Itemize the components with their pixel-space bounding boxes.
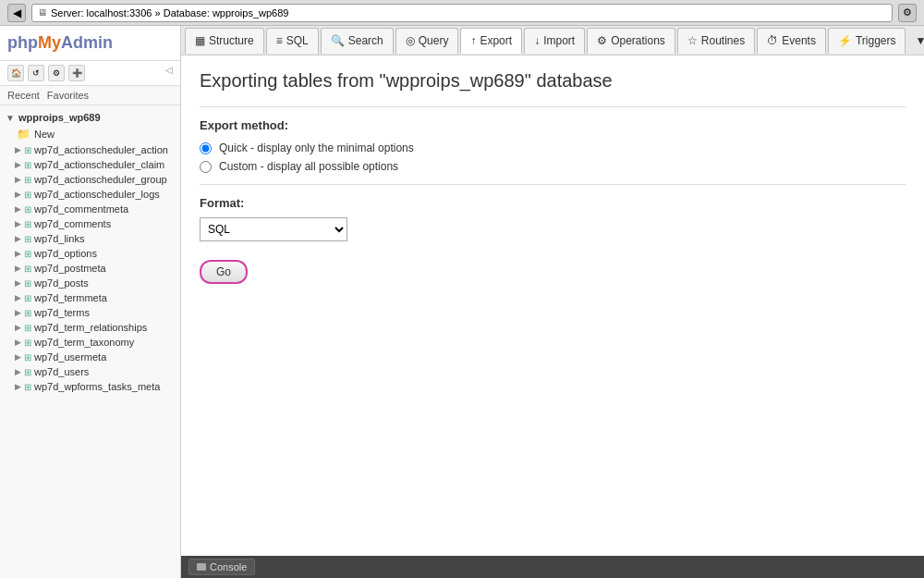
sidebar-db-section: ▼ wpproips_wp689 📁 New ▶ ⊞ wp7d_actionsc…: [0, 105, 180, 398]
radio-custom-label: Custom - display all possible options: [219, 160, 398, 173]
sidebar-table-item[interactable]: ▶ ⊞ wp7d_comments: [0, 216, 180, 231]
table-row-icon: ⊞: [24, 382, 31, 392]
console-button[interactable]: Console: [188, 559, 255, 575]
table-row-icon: ⊞: [24, 145, 31, 155]
radio-quick-input[interactable]: [200, 142, 212, 154]
export-method-section: Export method: Quick - display only the …: [200, 118, 906, 173]
favorites-link[interactable]: Favorites: [47, 90, 89, 101]
sql-tab-label: SQL: [286, 34, 309, 47]
radio-custom-input[interactable]: [200, 161, 212, 173]
format-select[interactable]: SQL CSV CSV for MS Excel JSON XML: [200, 217, 347, 241]
table-name-label: wp7d_options: [34, 248, 97, 259]
home-icon-btn[interactable]: 🏠: [7, 65, 24, 81]
operations-tab-label: Operations: [611, 34, 665, 47]
logo-admin: Admin: [61, 33, 113, 52]
table-expand-icon: ▶: [15, 249, 21, 258]
sidebar-table-item[interactable]: ▶ ⊞ wp7d_usermeta: [0, 350, 180, 364]
browser-bar: ◀ 🖥 Server: localhost:3306 » Database: w…: [0, 0, 924, 26]
table-row-icon: ⊞: [24, 323, 31, 333]
sidebar-new-item[interactable]: 📁 New: [0, 126, 180, 142]
go-button-container: Go: [200, 260, 906, 284]
main-container: phpMyAdmin 🏠 ↺ ⚙ ➕ ◁ Recent Favorites ▼ …: [0, 26, 924, 578]
section-divider-2: [200, 184, 906, 185]
console-icon: [197, 563, 206, 571]
add-icon-btn[interactable]: ➕: [68, 65, 85, 81]
table-row-icon: ⊞: [24, 190, 31, 200]
export-tab-icon: ↑: [470, 34, 476, 47]
sidebar-table-item[interactable]: ▶ ⊞ wp7d_commentmeta: [0, 202, 180, 216]
sidebar-table-item[interactable]: ▶ ⊞ wp7d_termmeta: [0, 290, 180, 305]
table-expand-icon: ▶: [15, 234, 21, 243]
triggers-tab-label: Triggers: [856, 34, 896, 47]
tab-import[interactable]: ↓ Import: [524, 28, 585, 54]
format-section: Format: SQL CSV CSV for MS Excel JSON XM…: [200, 196, 906, 241]
table-row-icon: ⊞: [24, 175, 31, 185]
sidebar-table-item[interactable]: ▶ ⊞ wp7d_actionscheduler_logs: [0, 187, 180, 202]
pma-icon-row: 🏠 ↺ ⚙ ➕ ◁: [0, 61, 180, 86]
table-row-icon: ⊞: [24, 204, 31, 215]
table-row-icon: ⊞: [24, 219, 31, 229]
tab-export[interactable]: ↑ Export: [460, 28, 522, 54]
triggers-tab-icon: ⚡: [838, 34, 852, 47]
table-name-label: wp7d_links: [34, 233, 84, 244]
recent-link[interactable]: Recent: [7, 90, 40, 101]
radio-quick[interactable]: Quick - display only the minimal options: [200, 141, 906, 154]
table-name-label: wp7d_postmeta: [34, 263, 106, 274]
sidebar-table-item[interactable]: ▶ ⊞ wp7d_actionscheduler_claim: [0, 157, 180, 172]
main-content: Exporting tables from "wpproips_wp689" d…: [181, 55, 924, 556]
table-row-icon: ⊞: [24, 278, 31, 289]
sidebar-table-item[interactable]: ▶ ⊞ wp7d_terms: [0, 305, 180, 320]
export-tab-label: Export: [480, 34, 512, 47]
tab-query[interactable]: ◎ Query: [395, 28, 459, 54]
table-name-label: wp7d_usermeta: [34, 351, 106, 363]
console-bar: Console: [181, 556, 924, 578]
page-title: Exporting tables from "wpproips_wp689" d…: [200, 70, 906, 92]
table-name-label: wp7d_term_taxonomy: [34, 337, 134, 348]
radio-custom[interactable]: Custom - display all possible options: [200, 160, 906, 173]
browser-settings-button[interactable]: ⚙: [898, 4, 917, 22]
table-row-icon: ⊞: [24, 234, 31, 244]
sidebar-table-item[interactable]: ▶ ⊞ wp7d_term_taxonomy: [0, 335, 180, 350]
table-expand-icon: ▶: [15, 293, 21, 302]
table-name-label: wp7d_wpforms_tasks_meta: [34, 381, 160, 392]
table-name-label: wp7d_comments: [34, 218, 111, 229]
sidebar-table-item[interactable]: ▶ ⊞ wp7d_links: [0, 231, 180, 246]
query-tab-icon: ◎: [406, 34, 415, 47]
table-expand-icon: ▶: [15, 160, 21, 169]
table-expand-icon: ▶: [15, 175, 21, 184]
tab-events[interactable]: ⏱ Events: [757, 28, 826, 54]
sidebar-table-item[interactable]: ▶ ⊞ wp7d_users: [0, 364, 180, 379]
tab-triggers[interactable]: ⚡ Triggers: [828, 28, 906, 54]
tab-more[interactable]: ▼More: [907, 31, 924, 51]
table-expand-icon: ▶: [15, 219, 21, 228]
operations-tab-icon: ⚙: [597, 34, 607, 47]
tab-structure[interactable]: ▦ Structure: [185, 28, 264, 54]
sidebar-table-item[interactable]: ▶ ⊞ wp7d_options: [0, 246, 180, 261]
tab-search[interactable]: 🔍 Search: [321, 28, 394, 54]
sidebar-table-item[interactable]: ▶ ⊞ wp7d_posts: [0, 276, 180, 290]
table-row-icon: ⊞: [24, 249, 31, 259]
sidebar-db-header[interactable]: ▼ wpproips_wp689: [0, 109, 180, 126]
sidebar-table-item[interactable]: ▶ ⊞ wp7d_postmeta: [0, 261, 180, 276]
sidebar-table-item[interactable]: ▶ ⊞ wp7d_actionscheduler_group: [0, 172, 180, 187]
import-tab-label: Import: [543, 34, 575, 47]
table-row-icon: ⊞: [24, 352, 31, 363]
tab-sql[interactable]: ≡ SQL: [266, 28, 319, 54]
export-method-label: Export method:: [200, 118, 906, 132]
table-row-icon: ⊞: [24, 338, 31, 348]
table-name-label: wp7d_termmeta: [34, 292, 107, 303]
radio-quick-label: Quick - display only the minimal options: [219, 141, 414, 154]
go-button[interactable]: Go: [200, 260, 248, 284]
refresh-icon-btn[interactable]: ↺: [28, 65, 44, 81]
tab-routines[interactable]: ☆ Routines: [677, 28, 755, 54]
settings-icon-btn[interactable]: ⚙: [48, 65, 65, 81]
sidebar-nav-links: Recent Favorites: [0, 86, 180, 105]
browser-back-button[interactable]: ◀: [7, 4, 26, 22]
tab-operations[interactable]: ⚙ Operations: [587, 28, 675, 54]
sidebar-toggle-icon[interactable]: ◁: [165, 65, 173, 81]
sidebar-table-item[interactable]: ▶ ⊞ wp7d_wpforms_tasks_meta: [0, 379, 180, 394]
sidebar-table-item[interactable]: ▶ ⊞ wp7d_actionscheduler_action: [0, 142, 180, 157]
table-expand-icon: ▶: [15, 352, 21, 362]
export-method-radio-group: Quick - display only the minimal options…: [200, 141, 906, 173]
sidebar-table-item[interactable]: ▶ ⊞ wp7d_term_relationships: [0, 320, 180, 335]
